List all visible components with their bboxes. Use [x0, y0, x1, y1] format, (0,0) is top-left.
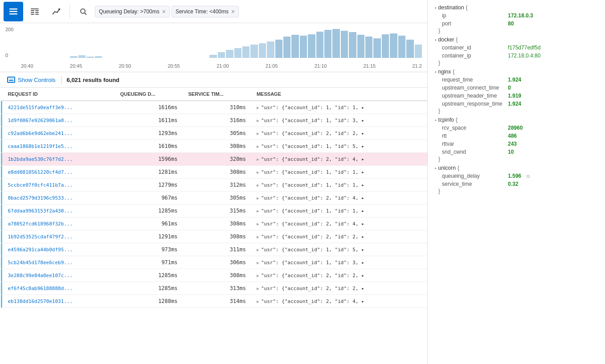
table-row[interactable]: ef6f45c8ab96188888d...1285ms313ms▶"usr":… [1, 282, 428, 295]
cell-message: ▶"usr": {"account_id": 1, "id": 3, ▸ [251, 256, 427, 269]
arrow-icon: ▶ [257, 273, 259, 278]
cell-request-id: e4596a291ca44b0df95... [3, 243, 115, 256]
cell-service-time: 308ms [183, 140, 251, 153]
arrow-icon: ▶ [257, 247, 259, 252]
search-button[interactable] [74, 2, 93, 21]
svg-rect-1 [9, 11, 17, 12]
table-row[interactable]: 4221de515fa0eaff3e9...1616ms310ms▶"usr":… [1, 101, 428, 114]
th-service-time[interactable]: SERVICE TIM... [183, 88, 251, 101]
arrow-icon: ▶ [257, 118, 259, 123]
cell-service-time: 316ms [183, 114, 251, 127]
table-row[interactable]: 67ddaa9963153f2a430...1285ms315ms▶"usr":… [1, 204, 428, 217]
cell-request-id: 1b92d53525cdaf479f2... [3, 230, 115, 243]
th-message[interactable]: MESSAGE [251, 88, 427, 101]
cell-queueing-delay: 1279ms [115, 179, 183, 192]
cell-service-time: 306ms [183, 256, 251, 269]
arrow-icon: ▶ [257, 234, 259, 239]
table-row[interactable]: e8dd0810561220cf4d7...1281ms308ms▶"usr":… [1, 166, 428, 179]
json-section-header-unicorn[interactable]: ▪unicorn { [435, 164, 598, 172]
svg-rect-4 [31, 10, 34, 11]
table-row[interactable]: eb138dd16d2570e1031...1288ms314ms▶"usr":… [1, 295, 428, 308]
cell-message: ▶"usr": {"account_id": 2, "id": 4, ▸ [251, 192, 427, 204]
cell-queueing-delay: 1291ms [115, 230, 183, 243]
cell-queueing-delay: 1281ms [115, 166, 183, 179]
cell-request-id: 1b2bda9ae530c76f7d2... [3, 153, 115, 166]
table-row[interactable]: 5cb24b45d178ee6ceb9...971ms306ms▶"usr": … [1, 256, 428, 269]
list-view-button[interactable] [4, 2, 23, 21]
th-request-id[interactable]: REQUEST ID [3, 88, 115, 101]
remove-filter1-button[interactable]: × [162, 8, 166, 15]
cell-service-time: 305ms [183, 192, 251, 204]
cell-message: ▶"usr": {"account_id": 1, "id": 3, ▸ [251, 114, 427, 127]
cell-service-time: 308ms [183, 217, 251, 230]
cell-queueing-delay: 973ms [115, 243, 183, 256]
cell-service-time: 315ms [183, 204, 251, 217]
arrow-icon: ▶ [257, 157, 259, 162]
arrow-icon: ▶ [257, 144, 259, 149]
copy-icon[interactable]: ⧉ [527, 174, 530, 179]
show-controls-button[interactable]: Show Controls [7, 77, 56, 83]
json-section-header-destination[interactable]: ▪destination { [435, 4, 598, 12]
svg-rect-0 [9, 8, 17, 10]
cell-queueing-delay: 1285ms [115, 269, 183, 282]
cell-message: ▶"usr": {"account_id": 1, "id": 1, ▸ [251, 179, 427, 192]
chart-view-button[interactable] [46, 2, 66, 21]
cell-service-time: 320ms [183, 153, 251, 166]
collapse-icon: ▪ [435, 166, 437, 171]
cell-queueing-delay: 1285ms [115, 282, 183, 295]
table-row[interactable]: 1b2bda9ae530c76f7d2...1596ms320ms▶"usr":… [1, 153, 428, 166]
filter-chip-service[interactable]: Service Time: <400ms × [172, 6, 239, 17]
cell-request-id: a78052fcd618968f32b... [3, 217, 115, 230]
svg-line-11 [85, 13, 86, 15]
table-row[interactable]: caaa1868b1e1219f1e5...1610ms308ms▶"usr":… [1, 140, 428, 153]
json-field-request_time: request_time1.924 [435, 76, 598, 84]
toolbar: Queueing Delay: >700ms × Service Time: <… [0, 0, 427, 23]
json-section-header-nginx[interactable]: ▪nginx { [435, 68, 598, 76]
svg-rect-3 [31, 8, 39, 9]
svg-rect-8 [31, 14, 34, 15]
collapse-icon: ▪ [435, 118, 437, 123]
table-row[interactable]: 3e288c99e84a0ee107c...1285ms308ms▶"usr":… [1, 269, 428, 282]
table-row[interactable]: c92ad6b6e9d62ebe241...1293ms305ms▶"usr":… [1, 127, 428, 140]
table-row[interactable]: 1b92d53525cdaf479f2...1291ms308ms▶"usr":… [1, 230, 428, 243]
cell-queueing-delay: 967ms [115, 192, 183, 204]
cell-queueing-delay: 1611ms [115, 114, 183, 127]
cell-message: ▶"usr": {"account_id": 1, "id": 1, ▸ [251, 166, 427, 179]
cell-message: ▶"usr": {"account_id": 2, "id": 4, ▸ [251, 295, 427, 308]
cell-service-time: 312ms [183, 179, 251, 192]
json-field-port: port80 [435, 20, 598, 28]
table-view-button[interactable] [25, 2, 45, 21]
json-section-header-tcpinfo[interactable]: ▪tcpinfo { [435, 116, 598, 124]
table-row[interactable]: 0bacd2579d3196c9533...967ms305ms▶"usr": … [1, 192, 428, 204]
json-field-rtt: rtt486 [435, 132, 598, 140]
cell-request-id: 3e288c99e84a0ee107c... [3, 269, 115, 282]
filter-chip-queueing[interactable]: Queueing Delay: >700ms × [95, 6, 170, 17]
cell-message: ▶"usr": {"account_id": 1, "id": 1, ▸ [251, 204, 427, 217]
controls-icon [7, 77, 15, 83]
results-table: REQUEST ID QUEUEING D... SERVICE TIM... … [0, 88, 427, 308]
cell-message: ▶"usr": {"account_id": 2, "id": 2, ▸ [251, 127, 427, 140]
svg-rect-2 [9, 13, 17, 15]
table-container: REQUEST ID QUEUEING D... SERVICE TIM... … [0, 88, 427, 364]
cell-message: ▶"usr": {"account_id": 2, "id": 2, ▸ [251, 230, 427, 243]
cell-service-time: 308ms [183, 269, 251, 282]
collapse-icon: ▪ [435, 70, 437, 74]
table-row[interactable]: 1d9f0067e92629061a0...1611ms316ms▶"usr":… [1, 114, 428, 127]
cell-message: ▶"usr": {"account_id": 2, "id": 4, ▸ [251, 153, 427, 166]
cell-queueing-delay: 961ms [115, 217, 183, 230]
table-row[interactable]: 5ccbce07f0cfc411b7a...1279ms312ms▶"usr":… [1, 179, 428, 192]
cell-message: ▶"usr": {"account_id": 2, "id": 4, ▸ [251, 217, 427, 230]
cell-queueing-delay: 1596ms [115, 153, 183, 166]
chart-x-labels: 20:4020:4520:5020:5521:0021:0521:1021:15… [21, 63, 422, 69]
remove-filter2-button[interactable]: × [231, 8, 235, 15]
table-row[interactable]: e4596a291ca44b0df95...973ms311ms▶"usr": … [1, 243, 428, 256]
right-panel: ▪destination {ip172.18.0.3port80}▪docker… [428, 0, 605, 364]
table-row[interactable]: a78052fcd618968f32b...961ms308ms▶"usr": … [1, 217, 428, 230]
json-section-header-docker[interactable]: ▪docker { [435, 36, 598, 44]
svg-rect-9 [35, 14, 39, 15]
json-field-ip: ip172.18.0.3 [435, 12, 598, 20]
json-section-tcpinfo: ▪tcpinfo {rcv_space28960rtt486rttvar243s… [435, 116, 598, 162]
json-field-rcv_space: rcv_space28960 [435, 124, 598, 132]
cell-service-time: 308ms [183, 230, 251, 243]
th-queueing-delay[interactable]: QUEUEING D... [115, 88, 183, 101]
